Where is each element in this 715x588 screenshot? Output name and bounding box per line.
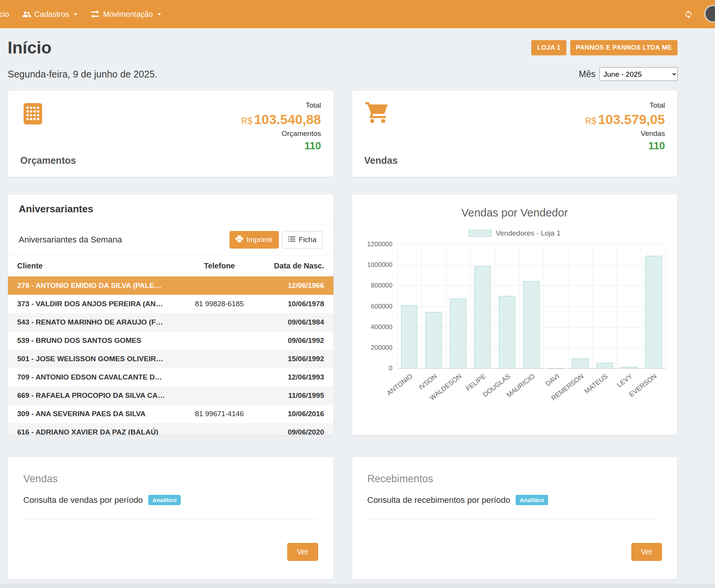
report-line: Consulta de recebimentos por período Ana… xyxy=(367,495,548,505)
gridline xyxy=(592,244,593,368)
bar-mateus[interactable] xyxy=(596,363,613,368)
gridline xyxy=(544,244,544,368)
birthdate-cell: 12/06/1993 xyxy=(262,368,333,386)
chart-title: Vendas por Vendedor xyxy=(364,207,666,219)
client-cell: 501 - JOSE WELISSON GOMES OLIVEIR… xyxy=(8,350,177,368)
table-row[interactable]: 539 - BRUNO DOS SANTOS GOMES09/06/1992 xyxy=(8,331,333,350)
report-text: Consulta de vendas por período xyxy=(23,495,143,505)
orcamentos-card: Orçamentos Total R$ 103.540,88 Orçamento… xyxy=(8,90,334,177)
birthdate-cell: 15/06/1992 xyxy=(262,350,333,368)
total-value: R$ 103.579,05 xyxy=(585,112,665,127)
month-select[interactable]: June - 2025 xyxy=(599,67,678,81)
calculator-icon xyxy=(20,101,76,126)
divider xyxy=(367,520,662,520)
vendas-report-card: Vendas Consulta de vendas por período An… xyxy=(8,457,334,580)
store-button[interactable]: LOJA 1 xyxy=(531,40,566,55)
nav-item-movimentacao[interactable]: Movimentação xyxy=(84,0,168,28)
table-row[interactable]: 669 - RAFAELA PROCOPIO DA SILVA CA…11/06… xyxy=(8,386,333,405)
header-buttons: LOJA 1 PANNOS E PANNOS LTDA ME xyxy=(531,40,678,55)
client-cell: 709 - ANTONIO EDSON CAVALCANTE D… xyxy=(8,368,177,386)
aniversariantes-card: Aniversariantes Aniversariantes da Seman… xyxy=(8,194,334,435)
phone-cell: 81 99671-4146 xyxy=(177,405,262,423)
stat-left: Vendas xyxy=(364,101,398,166)
report-line: Consulta de vendas por período Analítico xyxy=(23,495,181,505)
column-header-cliente: Cliente xyxy=(8,256,177,276)
phone-cell xyxy=(177,276,262,295)
page-title: Início xyxy=(8,38,52,57)
client-cell: 278 - ANTONIO EMIDIO DA SILVA (PALE… xyxy=(8,276,177,295)
company-button[interactable]: PANNOS E PANNOS LTDA ME xyxy=(570,40,678,55)
ver-button[interactable]: Ver xyxy=(287,543,318,561)
ficha-button[interactable]: Ficha xyxy=(282,231,322,249)
gridline xyxy=(666,244,666,368)
client-cell: 539 - BRUNO DOS SANTOS GOMES xyxy=(8,331,177,350)
chart-plot xyxy=(397,244,666,368)
toolbar-buttons: Imprimir Ficha xyxy=(230,231,322,249)
bar-mauricio[interactable] xyxy=(523,281,540,368)
birthdate-cell: 10/06/2016 xyxy=(262,405,333,423)
printer-icon xyxy=(236,235,243,244)
table-row[interactable]: 309 - ANA SEVERINA PAES DA SILVA81 99671… xyxy=(8,405,333,423)
client-cell: 669 - RAFAELA PROCOPIO DA SILVA CA… xyxy=(8,386,177,405)
page-header: Início LOJA 1 PANNOS E PANNOS LTDA ME xyxy=(8,38,678,57)
gridline xyxy=(617,244,617,368)
bar-everson[interactable] xyxy=(645,256,662,368)
nav-item-label: Movimentação xyxy=(103,10,153,19)
table-row[interactable]: 501 - JOSE WELISSON GOMES OLIVEIR…15/06/… xyxy=(8,350,333,368)
x-tick-label: IVSON xyxy=(417,372,438,391)
gridline xyxy=(397,244,398,368)
table-row[interactable]: 543 - RENATO MARINHO DE ARAUJO (F…09/06/… xyxy=(8,313,333,331)
bar-waldeson[interactable] xyxy=(450,299,466,368)
report-title: Vendas xyxy=(23,473,58,485)
bar-chart: 020000040000060000080000010000001200000 … xyxy=(364,244,666,411)
ver-button[interactable]: Ver xyxy=(631,543,662,561)
nav-item-inicio[interactable]: Início xyxy=(0,0,16,28)
vendas-card: Vendas Total R$ 103.579,05 Vendas 110 xyxy=(352,90,678,177)
transfer-icon xyxy=(91,10,100,18)
phone-cell: 81 99828-6185 xyxy=(177,295,262,313)
table-row[interactable]: 278 - ANTONIO EMIDIO DA SILVA (PALE…12/0… xyxy=(8,276,333,295)
column-header-data-nasc: Data de Nasc. xyxy=(262,256,333,276)
bar-remerson[interactable] xyxy=(572,359,588,368)
table-row[interactable]: 616 - ADRIANO XAVIER DA PAZ (BALAÚ)09/06… xyxy=(8,423,333,435)
bar-ivson[interactable] xyxy=(425,312,442,368)
birthdate-cell: 09/06/2020 xyxy=(262,423,333,435)
y-tick-label: 1200000 xyxy=(367,241,392,248)
phone-cell xyxy=(177,368,262,386)
bar-felipe[interactable] xyxy=(474,266,491,368)
avatar[interactable] xyxy=(704,5,715,23)
divider xyxy=(23,520,318,520)
report-title: Recebimentos xyxy=(367,473,434,485)
analitico-badge: Analítico xyxy=(148,495,181,505)
chevron-down-icon xyxy=(74,13,78,15)
bar-antonio[interactable] xyxy=(401,305,417,368)
print-button[interactable]: Imprimir xyxy=(230,231,279,249)
phone-cell xyxy=(177,423,262,435)
table-row[interactable]: 373 - VALDIR DOS ANJOS PEREIRA (AN…81 99… xyxy=(8,295,333,313)
count-value: 110 xyxy=(241,140,321,152)
bar-douglas[interactable] xyxy=(499,296,515,368)
y-tick-label: 800000 xyxy=(371,282,393,289)
x-tick-label: LEVY xyxy=(616,372,634,389)
legend-swatch xyxy=(469,230,492,237)
gridline xyxy=(519,244,519,368)
gridline xyxy=(446,244,446,368)
month-label: Mês xyxy=(579,69,595,79)
nav-item-cadastros[interactable]: Cadastros xyxy=(16,0,84,28)
stat-title: Vendas xyxy=(364,155,398,166)
gridline xyxy=(641,244,642,368)
recebimentos-report-card: Recebimentos Consulta de recebimentos po… xyxy=(352,457,678,580)
count-value: 110 xyxy=(585,140,665,152)
total-amount: 103.540,88 xyxy=(254,112,321,127)
refresh-button[interactable] xyxy=(684,10,693,19)
chart-y-axis: 020000040000060000080000010000001200000 xyxy=(364,244,397,368)
users-icon xyxy=(22,10,31,18)
phone-cell xyxy=(177,386,262,405)
y-tick-label: 0 xyxy=(389,365,392,372)
chart-legend[interactable]: Vendedores - Loja 1 xyxy=(364,229,666,237)
stat-right: Total R$ 103.540,88 Orçamentos 110 xyxy=(241,101,321,166)
y-tick-label: 400000 xyxy=(371,323,393,331)
gridline xyxy=(568,244,568,368)
phone-cell xyxy=(177,313,262,331)
table-row[interactable]: 709 - ANTONIO EDSON CAVALCANTE D…12/06/1… xyxy=(8,368,333,386)
